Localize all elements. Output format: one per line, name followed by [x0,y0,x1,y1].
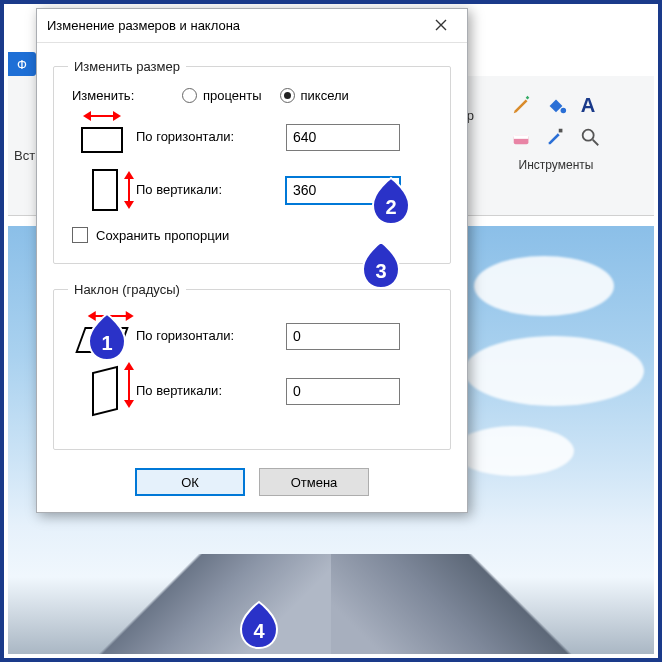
svg-point-5 [583,130,594,141]
svg-point-0 [561,108,567,114]
radio-icon [182,88,197,103]
color-picker-icon[interactable] [545,126,567,148]
resize-group: Изменить размер Изменить: проценты пиксе… [53,59,451,264]
radio-pixels[interactable]: пиксели [280,88,349,103]
fill-icon[interactable] [545,94,567,116]
skew-group: Наклон (градусы) По горизонтали: По верт… [53,282,451,450]
skew-legend: Наклон (градусы) [68,282,186,297]
ok-button-label: ОК [181,475,199,490]
keep-aspect-checkbox[interactable] [72,227,88,243]
dialog-title: Изменение размеров и наклона [47,18,421,33]
radio-pixels-label: пиксели [301,88,349,103]
skew-vertical-icon [68,369,136,413]
skew-vertical-label: По вертикали: [136,375,286,407]
svg-rect-3 [514,135,529,139]
skew-horizontal-icon [68,319,136,353]
keep-aspect-label: Сохранить пропорции [96,228,229,243]
ribbon-tools-label: Инструменты [476,158,636,172]
svg-line-6 [593,140,599,146]
resize-horizontal-input[interactable] [286,124,400,151]
resize-vertical-icon [68,169,136,211]
ok-button[interactable]: ОК [135,468,245,496]
ribbon-paste-label: Вст [14,148,35,163]
dialog-titlebar[interactable]: Изменение размеров и наклона [37,9,467,43]
svg-rect-4 [559,129,563,133]
resize-horizontal-icon [68,121,136,153]
text-icon[interactable]: A [579,94,601,116]
ribbon-tools-group: A Инструменты [476,94,636,172]
resize-vertical-label: По вертикали: [136,174,286,206]
cancel-button[interactable]: Отмена [259,468,369,496]
radio-icon [280,88,295,103]
resize-legend: Изменить размер [68,59,186,74]
resize-horizontal-label: По горизонтали: [136,129,286,146]
skew-vertical-input[interactable] [286,378,400,405]
skew-horizontal-label: По горизонтали: [136,328,286,345]
close-icon [435,17,447,34]
radio-percent-label: проценты [203,88,262,103]
resize-by-label: Изменить: [72,88,164,103]
file-tab[interactable]: Ф [8,52,36,76]
svg-text:A: A [581,94,596,116]
close-button[interactable] [421,12,461,40]
resize-skew-dialog: Изменение размеров и наклона Изменить ра… [36,8,468,513]
resize-vertical-input[interactable] [286,177,400,204]
radio-percent[interactable]: проценты [182,88,262,103]
eraser-icon[interactable] [511,126,533,148]
cancel-button-label: Отмена [291,475,338,490]
pencil-icon[interactable] [511,94,533,116]
skew-horizontal-input[interactable] [286,323,400,350]
magnifier-icon[interactable] [579,126,601,148]
